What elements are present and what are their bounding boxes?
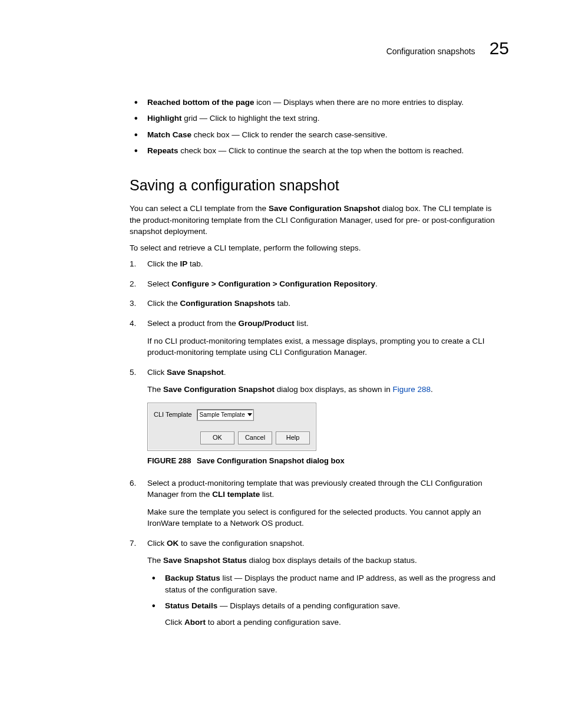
text: list.	[260, 490, 274, 499]
text: to abort a pending configuration save.	[206, 618, 341, 627]
text: .	[375, 279, 378, 288]
text: Click	[147, 539, 167, 548]
section-heading: Saving a configuration snapshot	[130, 174, 497, 196]
text: .	[224, 368, 226, 377]
desc: icon — Displays when there are no more e…	[254, 98, 464, 107]
list-item: Repeats check box — Click to continue th…	[147, 145, 497, 157]
step: Click the IP tab.	[147, 258, 497, 270]
list-item: Highlight grid — Click to highlight the …	[147, 113, 497, 124]
text: Click	[147, 368, 167, 377]
step: Select a product-monitoring template tha…	[147, 477, 497, 529]
step: Click OK to save the configuration snaps…	[147, 538, 497, 628]
term: Save Snapshot	[167, 368, 224, 377]
figure-number: FIGURE 288	[147, 456, 191, 465]
term: OK	[167, 539, 178, 548]
term: Backup Status	[165, 574, 220, 582]
dialog-row: CLI Template Sample Template	[148, 403, 316, 424]
term: Group/Product	[239, 319, 295, 328]
step-note: If no CLI product-monitoring templates e…	[147, 335, 497, 358]
text: The	[147, 556, 163, 565]
save-config-snapshot-dialog: CLI Template Sample Template OK Cancel H…	[147, 403, 316, 451]
paragraph: You can select a CLI template from the S…	[130, 203, 497, 238]
text: Select a product from the	[147, 319, 239, 328]
term: Abort	[184, 618, 206, 627]
list-item: Status Details — Displays details of a p…	[165, 600, 497, 628]
text: The	[147, 385, 163, 394]
step-note: The Save Snapshot Status dialog box disp…	[147, 555, 497, 566]
cli-template-combo[interactable]: Sample Template	[197, 409, 254, 421]
page-header: Configuration snapshots 25	[47, 35, 515, 61]
list-item: Match Case check box — Click to render t…	[147, 129, 497, 141]
cancel-button[interactable]: Cancel	[238, 431, 272, 444]
term: Save Snapshot Status	[163, 556, 247, 565]
desc: check box — Click to continue the search…	[178, 146, 464, 155]
step: Click the Configuration Snapshots tab.	[147, 298, 497, 309]
text: Select	[147, 279, 171, 288]
sub-bullet-list: Backup Status list — Displays the produc…	[147, 572, 497, 628]
term: Save Configuration Snapshot	[163, 385, 275, 394]
figure-caption: FIGURE 288 Save Configuration Snapshot d…	[147, 456, 497, 467]
term: Status Details	[165, 601, 217, 610]
text: tab.	[275, 299, 290, 308]
text: tab.	[187, 259, 203, 268]
step: Select Configure > Configuration > Confi…	[147, 278, 497, 290]
list-item: Backup Status list — Displays the produc…	[165, 572, 497, 595]
text: list.	[295, 319, 309, 328]
dialog-buttons: OK Cancel Help	[148, 424, 316, 450]
term: Repeats	[147, 146, 178, 155]
text: to save the configuration snapshot.	[178, 539, 304, 548]
sub-note: Click Abort to abort a pending configura…	[165, 617, 497, 628]
intro-bullet-list: Reached bottom of the page icon — Displa…	[130, 97, 497, 157]
term: IP	[180, 259, 188, 268]
step: Click Save Snapshot. The Save Configurat…	[147, 367, 497, 467]
text: Select a product-monitoring template tha…	[147, 479, 482, 499]
steps-list: Click the IP tab. Select Configure > Con…	[130, 258, 497, 628]
desc: check box — Click to render the search c…	[191, 130, 387, 139]
desc: grid — Click to highlight the text strin…	[181, 114, 319, 123]
desc: — Displays details of a pending configur…	[217, 601, 400, 610]
text: You can select a CLI template from the	[130, 204, 269, 213]
chevron-down-icon	[247, 413, 252, 416]
term: Reached bottom of the page	[147, 98, 254, 107]
term: Configuration Snapshots	[180, 299, 275, 308]
term: Highlight	[147, 114, 181, 123]
combo-value: Sample Template	[200, 411, 245, 420]
main-content: Reached bottom of the page icon — Displa…	[130, 97, 497, 628]
step-note: The Save Configuration Snapshot dialog b…	[147, 384, 497, 396]
text: Click	[165, 618, 184, 627]
text: .	[431, 385, 433, 394]
help-button[interactable]: Help	[276, 431, 310, 444]
figure-title: Save Configuration Snapshot dialog box	[197, 456, 345, 465]
list-item: Reached bottom of the page icon — Displa…	[147, 97, 497, 108]
step: Select a product from the Group/Product …	[147, 318, 497, 358]
term: Save Configuration Snapshot	[269, 204, 380, 213]
text: dialog box displays, as shown in	[275, 385, 392, 394]
ok-button[interactable]: OK	[200, 431, 234, 444]
paragraph: To select and retrieve a CLI template, p…	[130, 242, 497, 254]
term: Match Case	[147, 130, 191, 139]
figure-link[interactable]: Figure 288	[392, 385, 431, 394]
text: Click the	[147, 299, 180, 308]
term: Configure > Configuration > Configuratio…	[171, 279, 375, 288]
header-section-title: Configuration snapshots	[386, 45, 475, 57]
cli-template-label: CLI Template	[154, 410, 192, 420]
step-note: Make sure the template you select is con…	[147, 506, 497, 529]
chapter-number: 25	[490, 35, 509, 61]
term: CLI template	[212, 490, 260, 499]
text: dialog box displays details of the backu…	[247, 556, 417, 565]
text: Click the	[147, 259, 180, 268]
